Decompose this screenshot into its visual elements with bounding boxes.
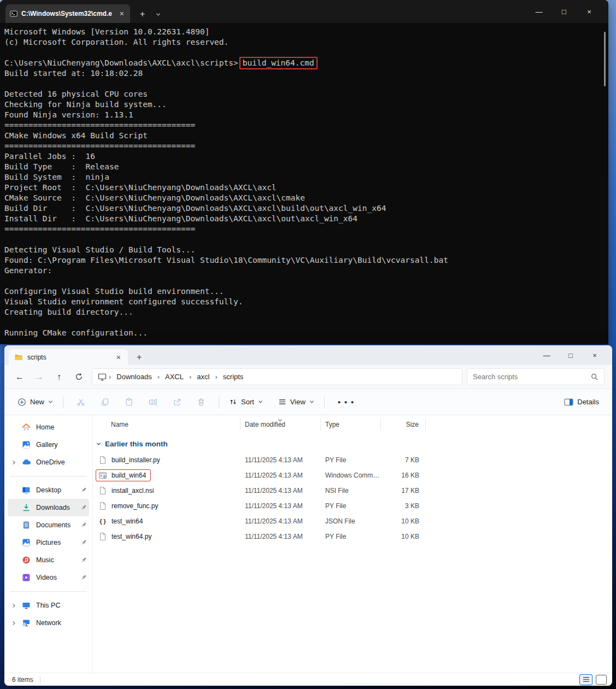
chevron-right-icon[interactable]: [8, 603, 20, 608]
search-input[interactable]: Search scripts: [467, 368, 605, 385]
toolbar-divider: [324, 396, 325, 409]
sidebar-item-label: Music: [36, 556, 78, 564]
column-header-size[interactable]: Size: [381, 419, 426, 431]
breadcrumb-separator: ›: [214, 373, 218, 381]
terminal-line: ========================================: [4, 120, 604, 131]
details-button[interactable]: Details: [560, 394, 603, 409]
breadcrumb[interactable]: ›Downloads›AXCL›axcl›scripts: [92, 368, 462, 385]
breadcrumb-item[interactable]: Downloads: [113, 373, 155, 381]
file-row-test_win64[interactable]: {}test_win6411/11/2025 4:13 AMJSON File1…: [93, 514, 612, 529]
share-icon[interactable]: [165, 394, 189, 410]
terminal-line: Build started at: 10:18:02.28: [4, 68, 604, 79]
file-row-test_win64.py[interactable]: test_win64.py11/11/2025 4:13 AMPY File10…: [93, 529, 612, 544]
sort-arrows-icon: [229, 398, 237, 406]
toolbar-divider: [219, 396, 219, 409]
file-type: NSI File: [321, 487, 381, 494]
sidebar-item-gallery[interactable]: Gallery: [8, 436, 89, 454]
copy-icon[interactable]: [93, 394, 117, 410]
column-header-type[interactable]: Type: [321, 419, 381, 431]
sidebar-item-home[interactable]: Home: [8, 419, 89, 436]
pin-icon: [78, 522, 89, 528]
file-size: 3 KB: [381, 502, 426, 510]
terminal-tab[interactable]: C:\Windows\System32\cmd.e ×: [5, 4, 130, 23]
delete-icon[interactable]: [189, 394, 213, 410]
file-name: build_installer.py: [112, 456, 160, 464]
file-name: test_win64.py: [112, 533, 151, 540]
sidebar-item-videos[interactable]: Videos: [8, 569, 89, 586]
terminal-maximize-button[interactable]: □: [552, 8, 577, 16]
sidebar-item-pictures[interactable]: Pictures: [8, 534, 89, 551]
sidebar-item-documents[interactable]: Documents: [8, 516, 89, 534]
explorer-tab-close-icon[interactable]: ×: [115, 353, 122, 362]
onedrive-icon: [20, 458, 33, 467]
explorer-new-tab-button[interactable]: +: [137, 352, 142, 362]
terminal-minimize-button[interactable]: —: [526, 8, 552, 16]
explorer-navbar: ← → ↑ ›Downloads›AXCL›axcl›scripts Searc…: [4, 365, 612, 389]
sidebar-item-onedrive[interactable]: OneDrive: [8, 454, 89, 471]
column-header-date-modified[interactable]: Date modified: [240, 419, 321, 431]
group-collapse-icon: [96, 441, 101, 446]
terminal-tab-dropdown-icon[interactable]: [156, 12, 161, 17]
back-button[interactable]: ←: [10, 372, 30, 382]
terminal-line: CMake Source : C:\Users\NiuChenyang\Down…: [4, 193, 604, 203]
terminal-line: Found: C:\Program Files\Microsoft Visual…: [4, 255, 604, 266]
file-row-build_win64[interactable]: build_win6411/11/2025 4:13 AMWindows Com…: [93, 468, 612, 483]
chevron-right-icon[interactable]: [8, 460, 20, 465]
file-name: build_win64: [112, 472, 146, 479]
more-options-button[interactable]: ● ● ●: [330, 399, 362, 405]
explorer-tab[interactable]: scripts ×: [9, 349, 128, 365]
view-button[interactable]: View: [274, 394, 319, 409]
breadcrumb-item[interactable]: AXCL: [162, 373, 187, 381]
downloads-icon: [20, 503, 33, 512]
file-size: 10 KB: [381, 517, 426, 525]
search-placeholder: Search scripts: [473, 373, 590, 381]
pin-icon: [78, 574, 89, 581]
file-row-remove_func.py[interactable]: remove_func.py11/11/2025 4:13 AMPY File3…: [93, 498, 612, 514]
file-icon: [98, 456, 107, 464]
sidebar-item-this-pc[interactable]: This PC: [8, 597, 89, 614]
file-explorer-window: scripts × + — □ × ← → ↑ ›Downloads›AXCL›…: [4, 345, 612, 686]
details-button-label: Details: [577, 398, 599, 406]
sidebar-item-downloads[interactable]: Downloads: [8, 499, 89, 516]
breadcrumb-item[interactable]: axcl: [193, 373, 213, 381]
terminal-scrollbar[interactable]: [604, 32, 606, 86]
terminal-line: Generator:: [4, 266, 604, 276]
sidebar-item-network[interactable]: Network: [8, 614, 89, 632]
sidebar: HomeGalleryOneDriveDesktopDownloadsDocum…: [4, 415, 93, 673]
icons-view-toggle[interactable]: [596, 675, 607, 685]
this-pc-icon[interactable]: [98, 373, 107, 381]
chevron-down-icon: [48, 399, 53, 404]
forward-button[interactable]: →: [30, 372, 49, 382]
chevron-right-icon[interactable]: [8, 621, 20, 626]
sort-button[interactable]: Sort: [225, 394, 267, 409]
file-date: 11/11/2025 4:13 AM: [240, 502, 321, 510]
terminal-tab-close-icon[interactable]: ×: [118, 9, 126, 18]
new-button[interactable]: New: [13, 394, 57, 410]
svg-text:A: A: [151, 400, 154, 404]
rename-icon[interactable]: A: [141, 394, 165, 410]
explorer-close-button[interactable]: ×: [583, 351, 607, 360]
file-row-install_axcl.nsi[interactable]: install_axcl.nsi11/11/2025 4:13 AMNSI Fi…: [93, 483, 612, 498]
terminal-line: [4, 234, 604, 245]
cmd-icon: [10, 10, 17, 17]
terminal-line: ========================================: [4, 224, 604, 234]
column-header-name[interactable]: Name: [93, 419, 240, 431]
up-button[interactable]: ↑: [49, 372, 69, 382]
terminal-new-tab-button[interactable]: +: [140, 9, 145, 19]
terminal-close-button[interactable]: ×: [577, 8, 602, 16]
paste-icon[interactable]: [117, 394, 141, 410]
terminal-line: Detected 16 physical CPU cores: [4, 89, 604, 99]
details-view-toggle[interactable]: [579, 674, 592, 685]
terminal-tab-title: C:\Windows\System32\cmd.e: [21, 10, 114, 17]
cut-icon[interactable]: [69, 394, 93, 410]
file-row-build_installer.py[interactable]: build_installer.py11/11/2025 4:13 AMPY F…: [93, 452, 612, 468]
refresh-icon[interactable]: [69, 373, 89, 381]
sidebar-item-music[interactable]: Music: [8, 551, 89, 569]
sidebar-item-desktop[interactable]: Desktop: [8, 481, 89, 499]
group-header[interactable]: Earlier this month: [93, 436, 612, 451]
explorer-maximize-button[interactable]: □: [559, 351, 583, 360]
breadcrumb-item[interactable]: scripts: [220, 373, 247, 381]
explorer-minimize-button[interactable]: —: [535, 351, 559, 360]
cmdfile-icon: [98, 471, 107, 480]
view-list-icon: [278, 398, 286, 406]
